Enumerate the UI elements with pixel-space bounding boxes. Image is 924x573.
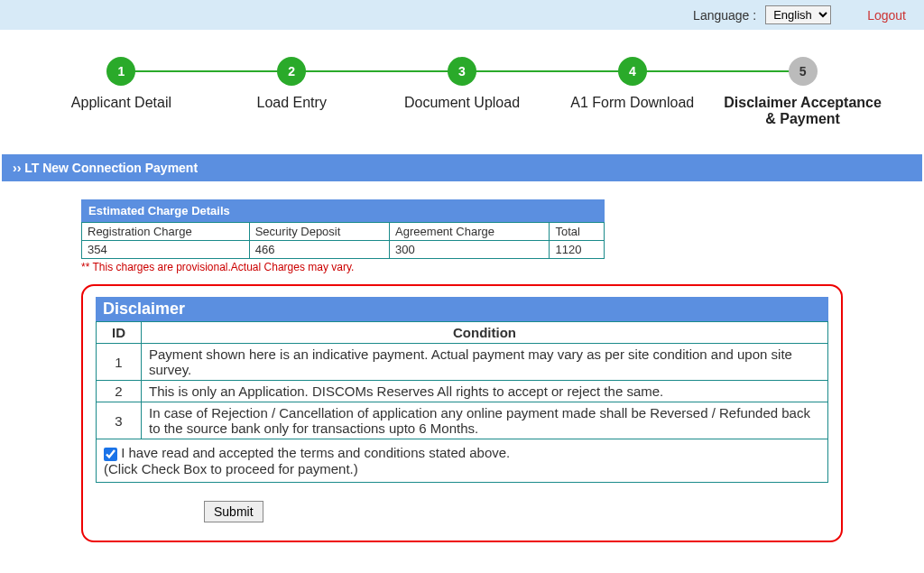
step-label: Disclaimer Acceptance & Payment: [717, 95, 888, 127]
step-number: 3: [448, 57, 476, 86]
step-number: 4: [618, 57, 647, 86]
charge-value-total: 1120: [550, 241, 605, 259]
step-a1-form-download[interactable]: 4 A1 Form Download: [547, 57, 717, 111]
disclaimer-text: Payment shown here is an indicative paym…: [142, 344, 828, 381]
table-row: 3 In case of Rejection / Cancellation of…: [97, 402, 828, 439]
content-area: Estimated Charge Details Registration Ch…: [0, 181, 924, 573]
charge-value-security: 466: [249, 241, 389, 259]
step-document-upload[interactable]: 3 Document Upload: [377, 57, 548, 111]
disclaimer-id: 1: [97, 344, 142, 381]
table-row: Registration Charge Security Deposit Agr…: [82, 223, 605, 241]
table-row: 1 Payment shown here is an indicative pa…: [97, 344, 828, 381]
accept-text: I have read and accepted the terms and c…: [121, 445, 510, 460]
logout-link[interactable]: Logout: [867, 8, 906, 23]
step-load-entry[interactable]: 2 Load Entry: [207, 57, 377, 111]
header-bar: Language : English Logout: [0, 0, 924, 30]
accept-row: I have read and accepted the terms and c…: [97, 439, 828, 483]
charges-title: Estimated Charge Details: [81, 199, 605, 222]
table-row: 2 This is only an Application. DISCOMs R…: [97, 381, 828, 402]
charge-header-agreement: Agreement Charge: [390, 223, 550, 241]
submit-button[interactable]: Submit: [204, 501, 263, 522]
step-disclaimer-payment[interactable]: 5 Disclaimer Acceptance & Payment: [717, 57, 888, 127]
step-number: 2: [277, 57, 306, 86]
step-number: 5: [789, 57, 818, 86]
charge-header-total: Total: [550, 223, 605, 241]
charge-header-security: Security Deposit: [249, 223, 389, 241]
col-condition: Condition: [142, 322, 828, 344]
disclaimer-box: Disclaimer ID Condition 1 Payment shown …: [81, 284, 843, 542]
disclaimer-id: 3: [97, 402, 142, 439]
table-header-row: ID Condition: [97, 322, 828, 344]
step-label: Applicant Detail: [71, 95, 171, 111]
charge-value-registration: 354: [82, 241, 250, 259]
step-label: A1 Form Download: [570, 95, 694, 111]
step-applicant-detail[interactable]: 1 Applicant Detail: [36, 57, 207, 111]
disclaimer-id: 2: [97, 381, 142, 402]
language-label: Language :: [693, 8, 756, 23]
charge-value-agreement: 300: [390, 241, 550, 259]
charge-header-registration: Registration Charge: [82, 223, 250, 241]
col-id: ID: [97, 322, 142, 344]
language-select[interactable]: English: [765, 5, 831, 24]
disclaimer-title: Disclaimer: [96, 297, 828, 321]
charges-table: Registration Charge Security Deposit Agr…: [81, 222, 605, 259]
accept-checkbox[interactable]: [104, 448, 117, 461]
disclaimer-text: This is only an Application. DISCOMs Res…: [142, 381, 828, 402]
table-row: 354 466 300 1120: [82, 241, 605, 259]
step-number: 1: [106, 57, 135, 86]
section-header: ›› LT New Connection Payment: [2, 154, 922, 181]
disclaimer-text: In case of Rejection / Cancellation of a…: [142, 402, 828, 439]
step-label: Document Upload: [404, 95, 520, 111]
step-label: Load Entry: [257, 95, 327, 111]
stepper: 1 Applicant Detail 2 Load Entry 3 Docume…: [0, 30, 924, 145]
disclaimer-table: ID Condition 1 Payment shown here is an …: [96, 321, 828, 483]
accept-hint: (Click Check Box to proceed for payment.…: [104, 461, 358, 476]
charges-note: ** This charges are provisional.Actual C…: [81, 261, 843, 273]
